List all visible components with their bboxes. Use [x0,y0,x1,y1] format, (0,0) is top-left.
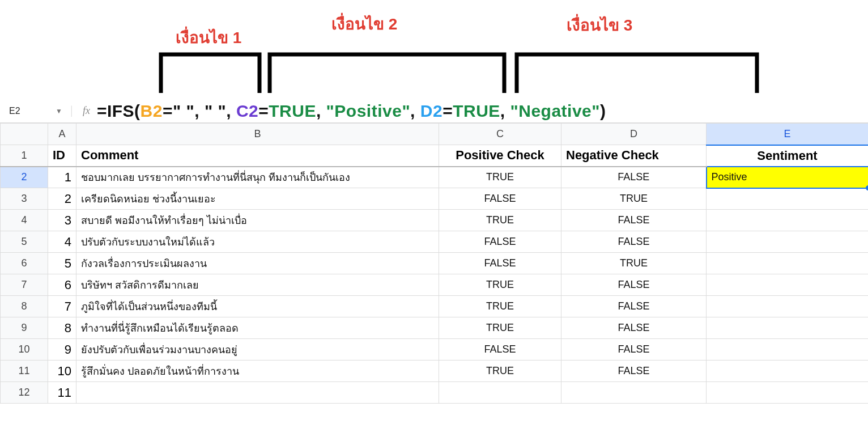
cell-comment[interactable]: ยังปรับตัวกับเพื่อนร่วมงานบางคนอยู่ [76,339,439,361]
table-row: 32เครียดนิดหน่อย ช่วงนี้งานเยอะFALSETRUE [1,188,869,210]
formula-bar: ▼ │ fx =IFS(B2=" ", " ", C2=TRUE, "Posit… [0,99,868,123]
cell-comment[interactable]: ภูมิใจที่ได้เป็นส่วนหนึ่งของทีมนี้ [76,296,439,317]
header-row-1: 1 ID Comment Positive Check Negative Che… [1,145,869,167]
name-box-dropdown-icon[interactable]: ▼ [56,107,62,115]
separator: │ [69,106,75,116]
cell-positive-check[interactable]: FALSE [439,253,561,274]
table-row: 1211 [1,382,869,404]
cell-positive-check[interactable]: TRUE [439,210,561,231]
cell-negative-check[interactable]: TRUE [561,188,707,210]
cell-sentiment[interactable] [707,296,869,317]
header-negative-check[interactable]: Negative Check [561,145,707,167]
row-header[interactable]: 5 [1,231,48,253]
spreadsheet-grid[interactable]: A B C D E 1 ID Comment Positive Check Ne… [0,123,868,404]
row-header[interactable]: 7 [1,274,48,296]
cell-positive-check[interactable]: TRUE [439,317,561,339]
cell-id[interactable]: 7 [48,296,76,317]
fill-handle[interactable] [866,185,869,190]
table-row: 54ปรับตัวกับระบบงานใหม่ได้แล้วFALSEFALSE [1,231,869,253]
cell-negative-check[interactable]: FALSE [561,167,707,188]
cell-comment[interactable]: เครียดนิดหน่อย ช่วงนี้งานเยอะ [76,188,439,210]
cell-comment[interactable]: กังวลเรื่องการประเมินผลงาน [76,253,439,274]
bracket-3-icon [514,50,759,95]
cell-comment[interactable]: สบายดี พอมีงานให้ทำเรื่อยๆ ไม่น่าเบื่อ [76,210,439,231]
cell-id[interactable]: 5 [48,253,76,274]
row-header[interactable]: 9 [1,317,48,339]
cell-id[interactable]: 10 [48,361,76,382]
row-header[interactable]: 6 [1,253,48,274]
cell-positive-check[interactable]: TRUE [439,274,561,296]
annotation-condition-2: เงื่อนไข 2 [331,11,397,36]
row-header[interactable]: 8 [1,296,48,317]
cell-negative-check[interactable] [561,382,707,404]
name-box[interactable] [5,103,56,119]
header-id[interactable]: ID [48,145,76,167]
cell-sentiment[interactable] [707,188,869,210]
cell-comment[interactable]: บริษัทฯ สวัสดิการดีมากเลย [76,274,439,296]
cell-negative-check[interactable]: FALSE [561,274,707,296]
cell-comment[interactable] [76,382,439,404]
cell-negative-check[interactable]: FALSE [561,231,707,253]
bracket-1-icon [159,50,262,95]
cell-sentiment[interactable] [707,210,869,231]
cell-negative-check[interactable]: FALSE [561,361,707,382]
cell-id[interactable]: 11 [48,382,76,404]
cell-sentiment[interactable] [707,231,869,253]
header-positive-check[interactable]: Positive Check [439,145,561,167]
row-header[interactable]: 12 [1,382,48,404]
row-header[interactable]: 11 [1,361,48,382]
cell-sentiment[interactable] [707,382,869,404]
col-header-C[interactable]: C [439,124,561,145]
cell-negative-check[interactable]: FALSE [561,317,707,339]
annotation-condition-3: เงื่อนไข 3 [567,12,632,37]
table-row: 1110รู้สึกมั่นคง ปลอดภัยในหน้าที่การงานT… [1,361,869,382]
col-header-A[interactable]: A [48,124,76,145]
select-all-corner[interactable] [1,124,48,145]
bracket-2-icon [267,50,507,95]
cell-comment[interactable]: ปรับตัวกับระบบงานใหม่ได้แล้ว [76,231,439,253]
row-header[interactable]: 4 [1,210,48,231]
cell-comment[interactable]: ทำงานที่นี่รู้สึกเหมือนได้เรียนรู้ตลอด [76,317,439,339]
cell-id[interactable]: 4 [48,231,76,253]
cell-id[interactable]: 3 [48,210,76,231]
row-header[interactable]: 3 [1,188,48,210]
cell-sentiment[interactable] [707,253,869,274]
table-row: 76บริษัทฯ สวัสดิการดีมากเลยTRUEFALSE [1,274,869,296]
cell-sentiment[interactable] [707,317,869,339]
col-header-B[interactable]: B [76,124,439,145]
cell-sentiment[interactable]: Positive [707,167,869,188]
cell-sentiment[interactable] [707,339,869,361]
cell-negative-check[interactable]: TRUE [561,253,707,274]
cell-id[interactable]: 9 [48,339,76,361]
cell-sentiment[interactable] [707,274,869,296]
cell-positive-check[interactable]: TRUE [439,296,561,317]
cell-negative-check[interactable]: FALSE [561,210,707,231]
cell-positive-check[interactable] [439,382,561,404]
row-header-1[interactable]: 1 [1,145,48,167]
header-comment[interactable]: Comment [76,145,439,167]
cell-negative-check[interactable]: FALSE [561,296,707,317]
table-row: 43สบายดี พอมีงานให้ทำเรื่อยๆ ไม่น่าเบื่อ… [1,210,869,231]
cell-sentiment[interactable] [707,361,869,382]
cell-positive-check[interactable]: TRUE [439,361,561,382]
cell-positive-check[interactable]: FALSE [439,231,561,253]
cell-id[interactable]: 8 [48,317,76,339]
cell-positive-check[interactable]: FALSE [439,339,561,361]
row-header[interactable]: 2 [1,167,48,188]
cell-comment[interactable]: รู้สึกมั่นคง ปลอดภัยในหน้าที่การงาน [76,361,439,382]
header-sentiment[interactable]: Sentiment [707,145,869,167]
table-row: 98ทำงานที่นี่รู้สึกเหมือนได้เรียนรู้ตลอด… [1,317,869,339]
cell-positive-check[interactable]: TRUE [439,167,561,188]
cell-id[interactable]: 2 [48,188,76,210]
table-row: 21ชอบมากเลย บรรยากาศการทำงานที่นี่สนุก ท… [1,167,869,188]
cell-positive-check[interactable]: FALSE [439,188,561,210]
cell-id[interactable]: 6 [48,274,76,296]
cell-negative-check[interactable]: FALSE [561,339,707,361]
cell-comment[interactable]: ชอบมากเลย บรรยากาศการทำงานที่นี่สนุก ทีม… [76,167,439,188]
fx-icon[interactable]: fx [83,105,90,117]
col-header-D[interactable]: D [561,124,707,145]
row-header[interactable]: 10 [1,339,48,361]
col-header-E[interactable]: E [707,124,869,145]
cell-id[interactable]: 1 [48,167,76,188]
formula-input[interactable]: =IFS(B2=" ", " ", C2=TRUE, "Positive", D… [97,101,606,121]
